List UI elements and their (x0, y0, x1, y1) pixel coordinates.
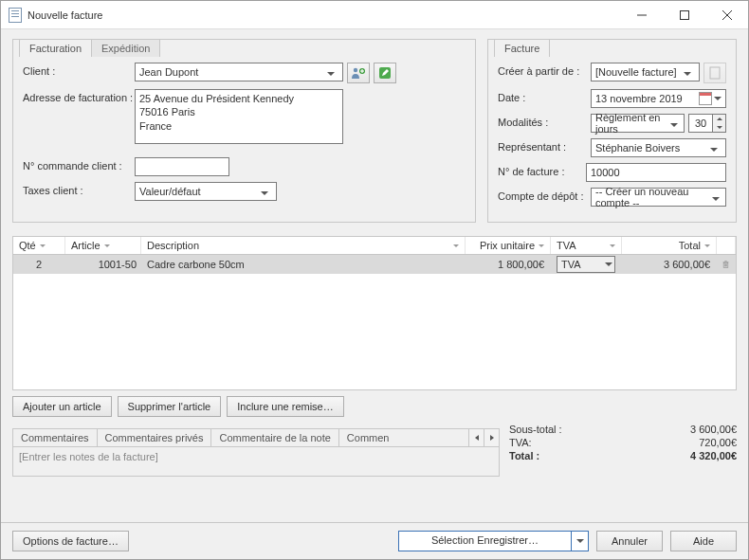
tab-scroll-right-button[interactable] (484, 429, 499, 446)
svg-point-4 (354, 68, 357, 72)
delete-row-button[interactable] (717, 256, 736, 273)
tva-dropdown[interactable]: TVA (557, 256, 615, 273)
cell-unit-price[interactable]: 1 800,00€ (466, 257, 551, 272)
chevron-down-icon (717, 126, 722, 129)
delete-item-button[interactable]: Supprimer l'article (118, 396, 222, 417)
client-order-no-input[interactable] (135, 157, 229, 176)
terms-value: Règlement en jours (595, 112, 667, 135)
chevron-down-icon (539, 244, 544, 247)
chevron-right-icon (490, 435, 494, 441)
pencil-icon (378, 66, 392, 80)
spin-down-button[interactable] (713, 123, 725, 132)
invoice-options-button[interactable]: Options de facture… (12, 531, 129, 551)
tab-comments[interactable]: Commentaires (13, 429, 98, 446)
rep-dropdown[interactable]: Stéphanie Boivers (591, 138, 726, 157)
tab-invoice[interactable]: Facture (494, 39, 550, 57)
col-qty[interactable]: Qté (13, 237, 65, 254)
col-delete (717, 237, 736, 254)
save-split-button[interactable]: Sélection Enregistrer… (398, 531, 589, 551)
save-dropdown-button[interactable] (571, 532, 588, 551)
cell-tva[interactable]: TVA (551, 255, 622, 275)
minimize-button[interactable] (620, 1, 663, 29)
chevron-down-icon (453, 244, 459, 247)
client-tax-label: Taxes client : (23, 182, 135, 196)
window-title: Nouvelle facture (27, 9, 103, 21)
maximize-button[interactable] (663, 1, 705, 29)
client-dropdown[interactable]: Jean Dupont (135, 63, 343, 81)
total-value: 4 320,00€ (690, 450, 737, 461)
add-item-button[interactable]: Ajouter un article (12, 396, 112, 417)
col-description[interactable]: Description (141, 237, 466, 254)
deposit-account-value: -- Créer un nouveau compte -- (595, 186, 709, 208)
window: Nouvelle facture Facturation Expédition … (0, 0, 749, 560)
include-discount-button[interactable]: Inclure une remise… (227, 396, 344, 417)
cell-description[interactable]: Cadre carbone 50cm (141, 257, 466, 272)
tab-scroll-left-button[interactable] (468, 429, 484, 446)
chevron-down-icon (610, 244, 615, 247)
client-value: Jean Dupont (139, 66, 198, 78)
grid-header: Qté Article Description Prix unitaire TV… (13, 237, 736, 255)
terms-days-spinner[interactable] (713, 114, 726, 133)
invoice-number-label: N° de facture : (498, 163, 586, 177)
tab-shipping[interactable]: Expédition (92, 39, 160, 57)
help-button[interactable]: Aide (670, 531, 737, 551)
subtotal-label: Sous-total : (509, 424, 562, 435)
add-client-button[interactable] (347, 63, 370, 83)
col-article[interactable]: Article (65, 237, 141, 254)
grid-body: 2 1001-50 Cadre carbone 50cm 1 800,00€ T… (13, 255, 736, 389)
edit-client-button[interactable] (374, 63, 396, 83)
chevron-down-icon (605, 262, 612, 266)
spin-up-button[interactable] (713, 115, 725, 123)
create-from-dropdown[interactable]: [Nouvelle facture] (591, 63, 700, 81)
col-tva[interactable]: TVA (551, 237, 622, 254)
billing-address-label: Adresse de facturation : (23, 89, 135, 103)
cancel-button[interactable]: Annuler (596, 531, 663, 551)
save-button-label[interactable]: Sélection Enregistrer… (399, 532, 571, 551)
svg-rect-9 (710, 67, 720, 79)
billing-panel: Facturation Expédition Client : Jean Dup… (12, 39, 476, 223)
invoice-number-input[interactable] (586, 163, 726, 182)
comment-tabs: Commentaires Commentaires privés Comment… (12, 428, 500, 446)
billing-address-input[interactable] (135, 89, 343, 144)
client-tax-dropdown[interactable]: Valeur/défaut (135, 182, 277, 201)
chevron-left-icon (475, 435, 479, 441)
terms-dropdown[interactable]: Règlement en jours (591, 114, 685, 133)
document-icon (9, 8, 22, 23)
copy-invoice-button (703, 63, 726, 83)
terms-days-input[interactable] (688, 114, 713, 133)
chevron-down-icon (704, 244, 710, 247)
create-from-value: [Nouvelle facture] (595, 66, 677, 78)
col-total[interactable]: Total (622, 237, 717, 254)
col-unit-price[interactable]: Prix unitaire (466, 237, 551, 254)
date-label: Date : (498, 89, 591, 103)
title-bar: Nouvelle facture (1, 1, 748, 29)
person-plus-icon (351, 66, 366, 80)
tab-note-comment[interactable]: Commentaire de la note (211, 429, 338, 446)
cell-article[interactable]: 1001-50 (65, 257, 141, 272)
tab-private-comments[interactable]: Commentaires privés (98, 429, 212, 446)
tab-billing[interactable]: Facturation (19, 39, 92, 57)
subtotal-value: 3 600,00€ (690, 424, 737, 435)
date-input[interactable]: 13 novembre 2019 (591, 89, 726, 108)
rep-value: Stéphanie Boivers (595, 142, 680, 154)
calendar-icon (699, 92, 712, 105)
deposit-account-dropdown[interactable]: -- Créer un nouveau compte -- (591, 188, 726, 207)
date-value: 13 novembre 2019 (595, 93, 683, 104)
totals-section: Sous-total :3 600,00€ TVA:720,00€ Total … (509, 423, 737, 477)
table-row[interactable]: 2 1001-50 Cadre carbone 50cm 1 800,00€ T… (13, 255, 736, 274)
cell-qty[interactable]: 2 (13, 257, 65, 272)
tva-value: 720,00€ (699, 437, 737, 448)
chevron-down-icon (327, 72, 335, 76)
invoice-notes-input[interactable]: [Entrer les notes de la facture] (12, 446, 500, 477)
chevron-down-icon (712, 197, 720, 201)
client-order-no-label: N° commande client : (23, 157, 135, 172)
close-button[interactable] (705, 1, 748, 29)
chevron-down-icon (40, 244, 46, 247)
chevron-up-icon (717, 117, 722, 120)
chevron-down-icon (684, 72, 691, 76)
cell-total[interactable]: 3 600,00€ (622, 257, 717, 272)
tva-label: TVA: (509, 437, 532, 448)
svg-rect-1 (680, 10, 688, 19)
rep-label: Représentant : (498, 138, 591, 153)
tab-comment-more[interactable]: Commen (339, 429, 397, 446)
